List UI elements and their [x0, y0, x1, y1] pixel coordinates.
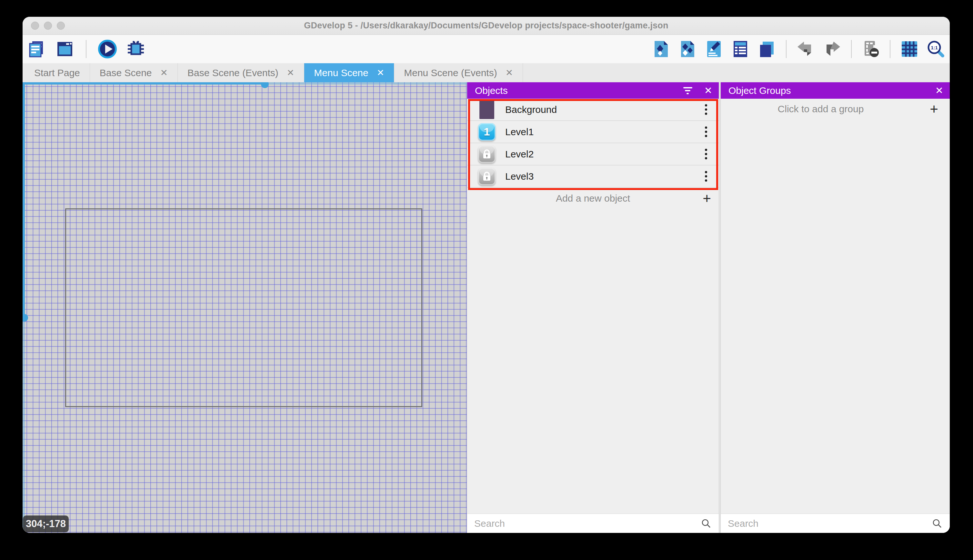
- editor-tab[interactable]: Base Scene (Events) ✕: [178, 63, 304, 82]
- toolbar-separator: [890, 40, 890, 58]
- object-thumbnail: [478, 145, 495, 163]
- close-icon[interactable]: ✕: [704, 86, 712, 95]
- editor-tab[interactable]: Menu Scene ✕: [304, 63, 394, 82]
- object-list-item[interactable]: 1 Level1: [467, 121, 719, 143]
- object-name: Level1: [500, 127, 702, 137]
- gdevelop-window: GDevelop 5 - /Users/dkarakay/Documents/G…: [23, 17, 950, 533]
- groups-search-bar: [721, 513, 950, 533]
- add-object-button[interactable]: Add a new object +: [467, 188, 719, 208]
- objects-list: Background 1 Level1 Level2 Level3: [467, 99, 719, 188]
- objects-editor-icon[interactable]: [651, 40, 670, 58]
- filter-icon[interactable]: [683, 87, 693, 95]
- selection-handle[interactable]: [23, 314, 28, 322]
- editor-tabs: Start Page Base Scene ✕ Base Scene (Even…: [23, 63, 950, 82]
- lock-icon: [482, 171, 491, 182]
- kebab-menu-icon[interactable]: [702, 104, 710, 115]
- redo-icon[interactable]: [823, 40, 841, 58]
- search-icon: [701, 518, 712, 529]
- object-name: Level3: [500, 171, 702, 182]
- object-name: Level2: [500, 149, 702, 160]
- window-mask-icon[interactable]: [861, 40, 880, 58]
- selection-top-edge: [23, 82, 267, 85]
- window-title: GDevelop 5 - /Users/dkarakay/Documents/G…: [304, 21, 668, 31]
- kebab-menu-icon[interactable]: [702, 127, 710, 137]
- toolbar-separator: [851, 40, 852, 58]
- kebab-menu-icon[interactable]: [702, 171, 710, 182]
- cursor-coordinates: 304;-178: [23, 515, 69, 532]
- objects-search-input[interactable]: [474, 518, 697, 529]
- groups-search-input[interactable]: [728, 518, 928, 529]
- scene-canvas[interactable]: 304;-178: [23, 82, 467, 533]
- object-groups-editor-icon[interactable]: [678, 40, 697, 58]
- toolbar-separator: [86, 40, 87, 58]
- editor-tab[interactable]: Menu Scene (Events) ✕: [394, 63, 523, 82]
- play-preview-icon[interactable]: [98, 40, 117, 58]
- close-icon[interactable]: ✕: [935, 86, 943, 95]
- editor-tab[interactable]: Base Scene ✕: [90, 63, 178, 82]
- layers-icon[interactable]: [758, 40, 776, 58]
- selection-left-edge: [23, 82, 25, 319]
- zoom-1to1-icon[interactable]: 1:1: [926, 40, 945, 58]
- tab-close-icon[interactable]: ✕: [505, 68, 513, 77]
- objects-panel-title: Objects: [475, 85, 508, 96]
- lock-icon: [482, 149, 491, 159]
- object-list-item[interactable]: Background: [467, 99, 719, 121]
- scene-window-icon[interactable]: [55, 40, 74, 58]
- close-window-button[interactable]: [31, 22, 39, 30]
- object-thumbnail: 1: [478, 123, 495, 141]
- grid-icon[interactable]: [900, 40, 919, 58]
- object-groups-panel-header: Object Groups ✕: [721, 82, 950, 99]
- plus-icon: +: [930, 102, 938, 116]
- editor-tab[interactable]: Start Page: [23, 63, 90, 82]
- plus-icon: +: [703, 191, 711, 205]
- search-icon: [932, 518, 943, 529]
- object-thumbnail: [478, 168, 495, 185]
- object-groups-panel: Object Groups ✕ Click to add a group +: [721, 82, 950, 533]
- svg-text:1:1: 1:1: [931, 45, 938, 50]
- project-manager-icon[interactable]: [27, 40, 46, 58]
- undo-icon[interactable]: [796, 40, 815, 58]
- kebab-menu-icon[interactable]: [702, 149, 710, 159]
- object-groups-panel-title: Object Groups: [728, 85, 791, 96]
- instances-list-icon[interactable]: [731, 40, 750, 58]
- toolbar-separator: [786, 40, 786, 58]
- object-name: Background: [500, 104, 702, 115]
- objects-panel-header: Objects ✕: [467, 82, 719, 99]
- minimize-window-button[interactable]: [44, 22, 52, 30]
- objects-panel: Objects ✕ Background 1 Level1 Level2 Lev…: [467, 82, 719, 533]
- traffic-lights: [31, 17, 65, 35]
- titlebar: GDevelop 5 - /Users/dkarakay/Documents/G…: [23, 17, 950, 35]
- toolbar: 1:1: [23, 35, 950, 63]
- object-list-item[interactable]: Level2: [467, 143, 719, 165]
- zoom-window-button[interactable]: [57, 22, 65, 30]
- add-group-button[interactable]: Click to add a group +: [721, 99, 950, 119]
- properties-icon[interactable]: [705, 40, 723, 58]
- object-list-item[interactable]: Level3: [467, 165, 719, 188]
- game-window-outline: [65, 208, 422, 407]
- tab-close-icon[interactable]: ✕: [287, 68, 294, 77]
- tab-close-icon[interactable]: ✕: [160, 68, 168, 77]
- object-thumbnail: [480, 100, 494, 119]
- tab-close-icon[interactable]: ✕: [377, 68, 384, 77]
- debug-icon[interactable]: [127, 40, 145, 58]
- objects-search-bar: [467, 513, 719, 533]
- selection-handle[interactable]: [261, 82, 269, 88]
